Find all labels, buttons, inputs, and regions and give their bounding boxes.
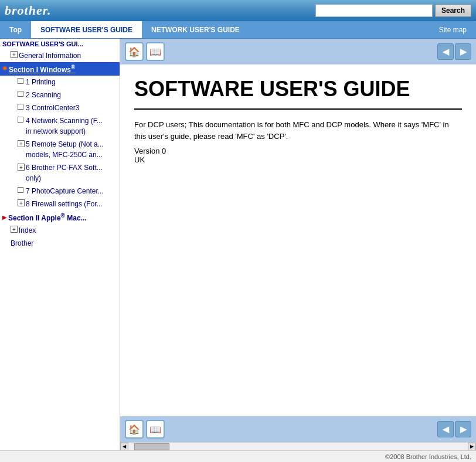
sidebar-item-general-info[interactable]: + General Information xyxy=(0,49,120,62)
next-button[interactable]: ▶ xyxy=(455,43,471,60)
section2-bullet: ▶ xyxy=(2,214,7,220)
statusbar: ©2008 Brother Industries, Ltd. xyxy=(0,450,476,462)
sidebar-item-brother[interactable]: Brother xyxy=(0,237,120,250)
search-button[interactable]: Search xyxy=(435,4,471,17)
main-layout: SOFTWARE USER'S GUI... + General Informa… xyxy=(0,39,476,450)
content-locale: UK xyxy=(134,155,462,164)
sidebar-item-label-index: Index xyxy=(19,225,117,236)
scroll-thumb[interactable] xyxy=(134,443,169,450)
checkbox-controlcenter xyxy=(18,104,23,110)
content-bottom-left-icons: 🏠 📖 xyxy=(125,420,165,439)
sidebar-item-label-brother: Brother xyxy=(11,238,117,249)
sidebar-item-label-controlcenter: 3 ControlCenter3 xyxy=(26,103,117,113)
horizontal-scrollbar[interactable]: ◀ ▶ xyxy=(120,442,476,450)
sidebar-root-label: SOFTWARE USER'S GUI... xyxy=(2,40,83,47)
search-input[interactable] xyxy=(315,4,433,17)
checkbox-photocapture xyxy=(18,187,23,193)
sidebar-item-remote-setup[interactable]: + 5 Remote Setup (Not a...models, MFC-25… xyxy=(0,138,120,161)
navbar: Top SOFTWARE USER'S GUIDE NETWORK USER'S… xyxy=(0,21,476,39)
expand-icon-fax: + xyxy=(18,164,25,171)
content-description: For DCP users; This documentation is for… xyxy=(134,119,462,142)
search-area: Search xyxy=(315,4,471,17)
checkbox-network-scanning xyxy=(18,117,23,123)
prev-button[interactable]: ◀ xyxy=(437,43,454,60)
sidebar-section2[interactable]: ▶ Section II Apple® Mac... xyxy=(0,210,120,224)
sidebar-item-pc-fax[interactable]: + 6 Brother PC-FAX Soft...only) xyxy=(0,161,120,185)
sidebar-item-firewall[interactable]: + 8 Firewall settings (For... xyxy=(0,198,120,210)
expand-icon-index: + xyxy=(11,226,18,233)
content-bottom-nav: 🏠 📖 ◀ ▶ xyxy=(120,416,476,442)
content-title: SOFTWARE USER'S GUIDE xyxy=(134,76,462,110)
sidebar-section1-label: Section I Windows® xyxy=(9,64,75,74)
section1-bullet: ◉ xyxy=(2,64,8,71)
sidebar-item-label-photocapture: 7 PhotoCapture Center... xyxy=(26,186,117,196)
sidebar-item-label-firewall: 8 Firewall settings (For... xyxy=(26,199,117,209)
content-nav-left-icons: 🏠 📖 xyxy=(125,42,165,61)
book-button-bottom[interactable]: 📖 xyxy=(146,420,165,439)
home-button[interactable]: 🏠 xyxy=(125,42,144,61)
copyright-text: ©2008 Brother Industries, Ltd. xyxy=(385,453,471,460)
sidebar-item-controlcenter[interactable]: 3 ControlCenter3 xyxy=(0,101,120,114)
sidebar-item-label-network-scanning: 4 Network Scanning (F...in network suppo… xyxy=(26,116,117,137)
content-area: 🏠 📖 ◀ ▶ SOFTWARE USER'S GUIDE For DCP us… xyxy=(120,39,476,450)
header: brother. Search xyxy=(0,0,476,21)
sidebar-item-label-printing: 1 Printing xyxy=(26,77,117,87)
sidebar-item-label-scanning: 2 Scanning xyxy=(26,90,117,100)
scroll-track[interactable] xyxy=(128,443,468,450)
tab-network[interactable]: NETWORK USER'S GUIDE xyxy=(142,21,249,38)
logo: brother. xyxy=(5,3,52,18)
sidebar-root[interactable]: SOFTWARE USER'S GUI... xyxy=(0,39,120,49)
sitemap-link[interactable]: Site map xyxy=(430,21,476,38)
sidebar-section2-label: Section II Apple® Mac... xyxy=(8,212,87,222)
sidebar[interactable]: SOFTWARE USER'S GUI... + General Informa… xyxy=(0,39,120,450)
sidebar-item-label-remote: 5 Remote Setup (Not a...models, MFC-250C… xyxy=(26,139,117,160)
sidebar-item-printing[interactable]: 1 Printing xyxy=(0,76,120,89)
tab-software[interactable]: SOFTWARE USER'S GUIDE xyxy=(31,21,142,38)
scroll-right[interactable]: ▶ xyxy=(468,443,476,451)
content-body: SOFTWARE USER'S GUIDE For DCP users; Thi… xyxy=(120,64,476,416)
sidebar-item-photocapture[interactable]: 7 PhotoCapture Center... xyxy=(0,185,120,198)
expand-icon-general: + xyxy=(11,51,18,58)
content-version: Version 0 xyxy=(134,147,462,155)
tab-top[interactable]: Top xyxy=(0,21,31,38)
content-top-nav: 🏠 📖 ◀ ▶ xyxy=(120,39,476,64)
sidebar-item-label-general: General Information xyxy=(19,50,117,61)
sidebar-section1[interactable]: ◉ Section I Windows® xyxy=(0,62,120,76)
content-nav-arrows: ◀ ▶ xyxy=(437,43,471,60)
nav-spacer xyxy=(249,21,430,38)
checkbox-printing xyxy=(18,78,23,84)
expand-icon-firewall: + xyxy=(18,199,25,206)
sidebar-item-index[interactable]: + Index xyxy=(0,224,120,237)
checkbox-scanning xyxy=(18,91,23,97)
content-bottom-arrows: ◀ ▶ xyxy=(437,421,471,437)
scroll-left[interactable]: ◀ xyxy=(120,443,128,451)
prev-button-bottom[interactable]: ◀ xyxy=(437,421,454,437)
home-button-bottom[interactable]: 🏠 xyxy=(125,420,144,439)
sidebar-item-label-fax: 6 Brother PC-FAX Soft...only) xyxy=(26,162,117,184)
sidebar-item-scanning[interactable]: 2 Scanning xyxy=(0,89,120,101)
book-button[interactable]: 📖 xyxy=(146,42,165,61)
next-button-bottom[interactable]: ▶ xyxy=(455,421,471,437)
sidebar-item-network-scanning[interactable]: 4 Network Scanning (F...in network suppo… xyxy=(0,114,120,138)
expand-icon-remote: + xyxy=(18,140,25,147)
